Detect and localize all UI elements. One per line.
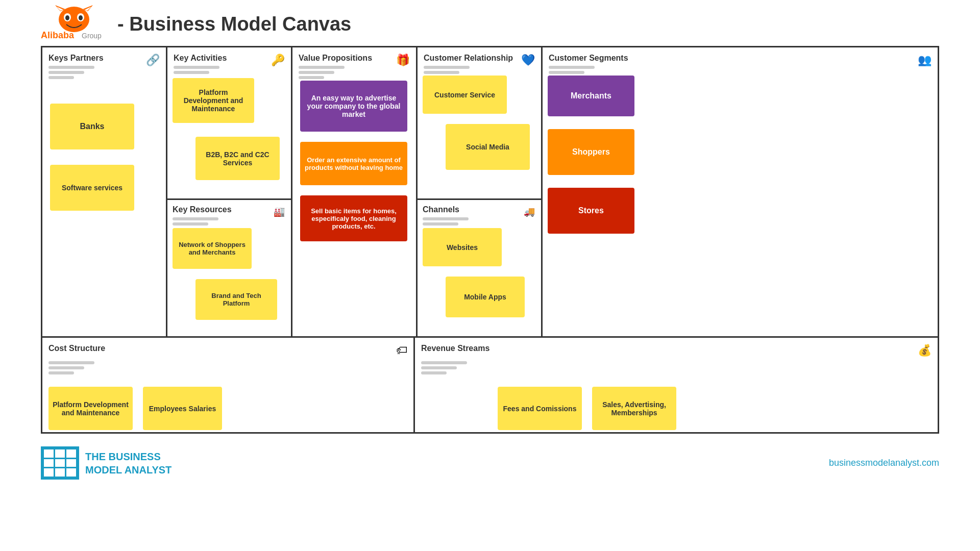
cost-structure-icon: 🏷 xyxy=(396,344,407,357)
svg-text:Alibaba: Alibaba xyxy=(41,30,75,40)
sticky-websites: Websites xyxy=(423,228,502,266)
page-title: - Business Model Canvas xyxy=(117,13,351,35)
line xyxy=(299,71,334,74)
sticky-mobile-apps: Mobile Apps xyxy=(446,277,525,317)
grid-cell xyxy=(55,468,65,477)
value-propositions-section: Value Propositions 🎁 An easy way to adve… xyxy=(292,47,418,336)
customer-segments-section: Customer Segments 👥 Merchants Shoppers S… xyxy=(543,47,938,336)
cr-icon: 💙 xyxy=(521,54,535,67)
line xyxy=(173,222,208,226)
sticky-fees-commissions: Fees and Comissions xyxy=(498,387,582,430)
value-propositions-icon: 🎁 xyxy=(396,54,410,67)
cs-icon: 👥 xyxy=(918,54,932,67)
value-propositions-title: Value Propositions xyxy=(299,54,410,63)
channels-section: Channels 🚚 Websites Mobile Apps xyxy=(418,198,541,336)
line xyxy=(299,76,324,79)
revenue-streams-section: Revenue Streams 💰 Fees and Comissions Sa… xyxy=(415,338,938,432)
line xyxy=(48,371,74,374)
footer-brand: THE BUSINESSMODEL ANALYST xyxy=(85,450,172,477)
sticky-sell-items: Sell basic items for homes, especificaly… xyxy=(300,195,407,241)
cost-structure-section: Cost Structure 🏷 Platform Development an… xyxy=(42,338,415,432)
line xyxy=(174,66,219,69)
revenue-streams-title: Revenue Streams xyxy=(421,344,489,353)
line xyxy=(421,361,467,364)
sticky-stores: Stores xyxy=(548,188,634,234)
channels-lines xyxy=(423,217,536,226)
alibaba-logo: Alibaba Group xyxy=(41,5,107,43)
cs-bottom-lines xyxy=(48,359,407,377)
canvas-bottom-row: Cost Structure 🏷 Platform Development an… xyxy=(42,338,938,432)
line xyxy=(299,66,345,69)
grid-cell xyxy=(66,449,76,458)
cs-title: Customer Segments xyxy=(549,54,932,63)
sticky-brand-tech: Brand and Tech Platform xyxy=(195,279,277,320)
line xyxy=(423,222,458,226)
canvas: Keys Partners 🔗 Banks Software services … xyxy=(41,46,939,434)
line xyxy=(48,361,94,364)
canvas-top-row: Keys Partners 🔗 Banks Software services … xyxy=(42,47,938,338)
line xyxy=(549,71,584,74)
sticky-customer-service: Customer Service xyxy=(423,76,507,114)
logo-area: Alibaba Group - Business Model Canvas xyxy=(41,5,351,43)
line xyxy=(421,371,447,374)
key-resources-icon: 🏭 xyxy=(274,206,285,217)
sticky-network: Network of Shoppers and Merchants xyxy=(173,228,252,269)
key-activities-section: Key Activities 🔑 Platform Development an… xyxy=(167,47,292,336)
keys-partners-section: Keys Partners 🔗 Banks Software services xyxy=(42,47,167,336)
footer-left: THE BUSINESSMODEL ANALYST xyxy=(41,446,172,480)
grid-cell xyxy=(44,468,54,477)
line xyxy=(48,76,74,79)
cr-lines xyxy=(424,66,535,74)
sticky-advertise: An easy way to advertise your company to… xyxy=(300,81,407,132)
sticky-social-media: Social Media xyxy=(446,124,530,170)
rs-lines xyxy=(421,359,932,377)
key-resources-lines xyxy=(173,217,286,226)
sticky-merchants: Merchants xyxy=(548,76,634,116)
keys-partners-title: Keys Partners xyxy=(48,54,160,63)
line xyxy=(48,66,94,69)
key-activities-lines xyxy=(174,66,285,74)
sticky-sales-advertising: Sales, Advertising, Memberships xyxy=(592,387,676,430)
footer: THE BUSINESSMODEL ANALYST businessmodela… xyxy=(0,439,980,487)
sticky-shoppers: Shoppers xyxy=(548,129,634,175)
cost-structure-title: Cost Structure xyxy=(48,344,105,353)
line xyxy=(174,71,209,74)
svg-point-0 xyxy=(59,7,89,32)
svg-text:Group: Group xyxy=(82,32,102,40)
line xyxy=(424,66,470,69)
channels-icon: 🚚 xyxy=(524,206,535,217)
grid-cell xyxy=(55,459,65,467)
customer-relationship-section: Customer Relationship 💙 Customer Service… xyxy=(418,47,543,336)
keys-partners-lines xyxy=(48,66,160,79)
cs-lines xyxy=(549,66,932,74)
sticky-platform-dev: Platform Development and Maintenance xyxy=(173,78,254,123)
key-resources-title: Key Resources xyxy=(173,205,286,214)
sticky-order-products: Order an extensive amount of products wi… xyxy=(300,142,407,185)
sticky-cost-platform: Platform Development and Maintenance xyxy=(48,387,133,430)
key-activities-icon: 🔑 xyxy=(271,54,285,67)
channels-title: Channels xyxy=(423,205,536,214)
sticky-banks: Banks xyxy=(50,104,134,149)
sticky-employees-salaries: Employees Salaries xyxy=(143,387,222,430)
svg-point-8 xyxy=(79,15,83,20)
bma-logo-grid xyxy=(41,446,79,480)
keys-partners-icon: 🔗 xyxy=(146,54,160,67)
key-activities-title: Key Activities xyxy=(174,54,285,63)
key-resources-section: Key Resources 🏭 Network of Shoppers and … xyxy=(167,198,291,336)
line xyxy=(48,366,84,369)
grid-cell xyxy=(44,449,54,458)
footer-url: businessmodelanalyst.com xyxy=(829,458,939,468)
svg-point-7 xyxy=(65,15,69,20)
grid-cell xyxy=(55,449,65,458)
line xyxy=(48,71,84,74)
line xyxy=(421,366,457,369)
line xyxy=(173,217,218,220)
line xyxy=(424,71,459,74)
revenue-streams-icon: 💰 xyxy=(918,344,932,357)
sticky-software-services: Software services xyxy=(50,165,134,211)
grid-cell xyxy=(66,459,76,467)
sticky-b2b-b2c: B2B, B2C and C2C Services xyxy=(195,137,280,180)
header: Alibaba Group - Business Model Canvas xyxy=(0,0,980,46)
line xyxy=(423,217,469,220)
vp-lines xyxy=(299,66,410,79)
